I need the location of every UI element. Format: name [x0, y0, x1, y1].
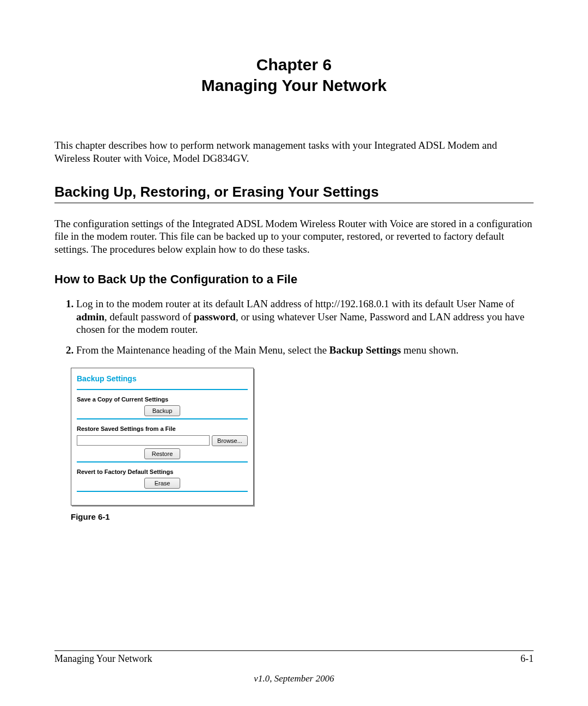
panel-title: Backup Settings	[77, 374, 248, 384]
footer-chapter-name: Managing Your Network	[54, 653, 152, 665]
document-page: Chapter 6 Managing Your Network This cha…	[0, 0, 588, 706]
chapter-number: Chapter 6	[54, 54, 534, 75]
browse-button[interactable]: Browse...	[212, 435, 248, 446]
chapter-title: Chapter 6 Managing Your Network	[54, 54, 534, 95]
panel-rule	[77, 461, 248, 462]
subsection-heading-backup-file: How to Back Up the Configuration to a Fi…	[54, 272, 534, 287]
step-2: From the Maintenance heading of the Main…	[76, 344, 534, 357]
panel-rule	[77, 491, 248, 492]
footer-page-number: 6-1	[520, 653, 534, 665]
panel-rule	[77, 418, 248, 419]
section-body-backup: The configuration settings of the Integr…	[54, 217, 534, 256]
section-heading-backup: Backing Up, Restoring, or Erasing Your S…	[54, 184, 534, 200]
section-rule	[54, 203, 534, 203]
save-copy-label: Save a Copy of Current Settings	[77, 395, 248, 403]
chapter-intro: This chapter describes how to perform ne…	[54, 139, 534, 165]
page-footer: Managing Your Network 6-1 v1.0, Septembe…	[54, 650, 534, 684]
restore-button[interactable]: Restore	[144, 448, 180, 459]
figure-caption: Figure 6-1	[71, 512, 534, 521]
erase-button[interactable]: Erase	[144, 478, 180, 489]
chapter-name: Managing Your Network	[54, 75, 534, 96]
footer-rule	[54, 650, 534, 651]
steps-list: Log in to the modem router at its defaul…	[54, 297, 534, 357]
backup-button[interactable]: Backup	[144, 405, 180, 416]
step-1: Log in to the modem router at its defaul…	[76, 297, 534, 336]
panel-rule	[77, 389, 248, 390]
restore-file-input[interactable]	[77, 435, 210, 446]
backup-settings-panel: Backup Settings Save a Copy of Current S…	[71, 368, 254, 506]
revert-label: Revert to Factory Default Settings	[77, 468, 248, 476]
restore-label: Restore Saved Settings from a File	[77, 425, 248, 433]
footer-version: v1.0, September 2006	[54, 673, 534, 684]
